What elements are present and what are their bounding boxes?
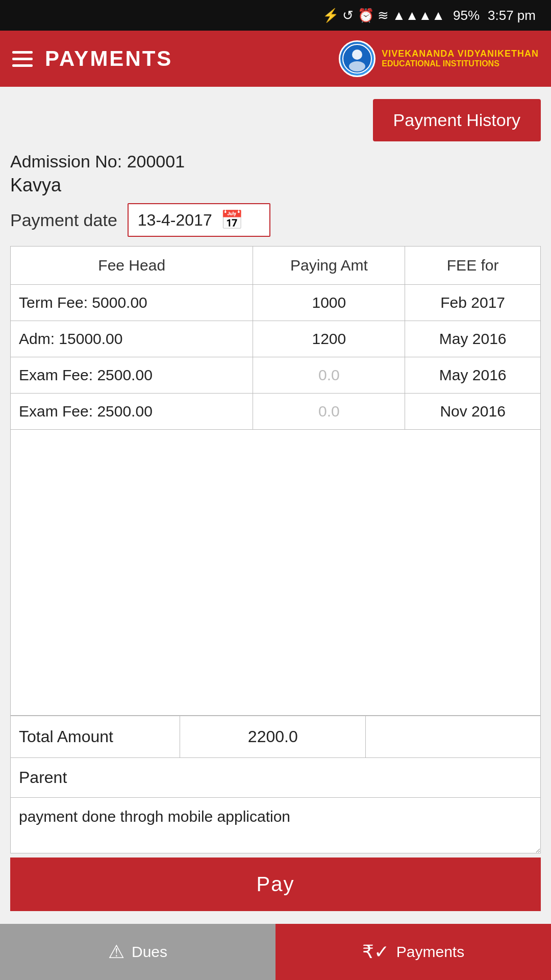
app-title: PAYMENTS — [45, 46, 172, 71]
payments-label: Payments — [396, 943, 464, 961]
menu-icon[interactable] — [12, 51, 33, 67]
fee-head-cell: Adm: 15000.00 — [11, 321, 253, 357]
table-row: Exam Fee: 2500.000.0Nov 2016 — [11, 394, 541, 430]
total-row: Total Amount 2200.0 — [10, 716, 541, 758]
paying-amt-cell[interactable]: 1000 — [253, 285, 405, 321]
col-fee-head: Fee Head — [11, 247, 253, 285]
logo-text: VIVEKANANDA VIDYANIKETHAN EDUCATIONAL IN… — [382, 49, 539, 68]
admission-number: Admission No: 200001 — [10, 152, 541, 172]
dues-icon: ⚠ — [108, 941, 124, 963]
nav-dues[interactable]: ⚠ Dues — [0, 924, 276, 980]
fee-for-cell: May 2016 — [405, 357, 541, 394]
table-row: Term Fee: 5000.001000Feb 2017 — [11, 285, 541, 321]
parent-row: Parent — [10, 758, 541, 798]
fee-table: Fee Head Paying Amt FEE for Term Fee: 50… — [10, 246, 541, 716]
table-row: Exam Fee: 2500.000.0May 2016 — [11, 357, 541, 394]
payment-history-row: Payment History — [10, 99, 541, 141]
app-bar: PAYMENTS VIVEKANANDA VIDYANIKETHAN EDUCA… — [0, 31, 551, 87]
payment-history-button[interactable]: Payment History — [373, 99, 541, 141]
svg-point-1 — [352, 50, 362, 60]
col-fee-for: FEE for — [405, 247, 541, 285]
table-header-row: Fee Head Paying Amt FEE for — [11, 247, 541, 285]
total-amount-row: Total Amount 2200.0 — [11, 716, 541, 758]
payments-icon: ₹✓ — [362, 941, 389, 963]
pay-button[interactable]: Pay — [10, 857, 541, 911]
fee-head-cell: Term Fee: 5000.00 — [11, 285, 253, 321]
dues-label: Dues — [132, 943, 167, 961]
fee-for-cell: Nov 2016 — [405, 394, 541, 430]
calendar-icon[interactable]: 📅 — [220, 209, 243, 231]
student-name: Kavya — [10, 175, 541, 196]
total-label: Total Amount — [11, 716, 180, 758]
fee-for-cell: May 2016 — [405, 321, 541, 357]
total-value: 2200.0 — [180, 716, 366, 758]
notes-input[interactable] — [10, 798, 541, 853]
logo-area: VIVEKANANDA VIDYANIKETHAN EDUCATIONAL IN… — [339, 40, 539, 77]
empty-space-row — [11, 430, 541, 716]
fee-for-cell: Feb 2017 — [405, 285, 541, 321]
paying-amt-cell: 0.0 — [253, 394, 405, 430]
total-empty-cell — [366, 716, 541, 758]
payment-date-label: Payment date — [10, 210, 117, 230]
fee-head-cell: Exam Fee: 2500.00 — [11, 394, 253, 430]
nav-payments[interactable]: ₹✓ Payments — [276, 924, 551, 980]
app-bar-left: PAYMENTS — [12, 46, 172, 71]
fee-head-cell: Exam Fee: 2500.00 — [11, 357, 253, 394]
bottom-nav: ⚠ Dues ₹✓ Payments — [0, 924, 551, 980]
col-paying-amt: Paying Amt — [253, 247, 405, 285]
status-icons: ⚡ ↺ ⏰ ≋ ▲▲▲▲ — [322, 8, 445, 23]
clock: 3:57 pm — [488, 8, 536, 23]
payment-date-row: Payment date 13-4-2017 📅 — [10, 203, 541, 237]
battery-level: 95% — [453, 8, 480, 23]
payment-date-value: 13-4-2017 — [138, 211, 212, 230]
paying-amt-cell[interactable]: 1200 — [253, 321, 405, 357]
status-bar: ⚡ ↺ ⏰ ≋ ▲▲▲▲ 95% 3:57 pm — [0, 0, 551, 31]
table-row: Adm: 15000.001200May 2016 — [11, 321, 541, 357]
paying-amt-cell: 0.0 — [253, 357, 405, 394]
svg-point-2 — [349, 61, 365, 71]
payment-date-input[interactable]: 13-4-2017 📅 — [128, 203, 270, 237]
main-content: Payment History Admission No: 200001 Kav… — [0, 87, 551, 911]
student-info: Admission No: 200001 Kavya Payment date … — [10, 152, 541, 237]
logo-circle — [339, 40, 375, 77]
